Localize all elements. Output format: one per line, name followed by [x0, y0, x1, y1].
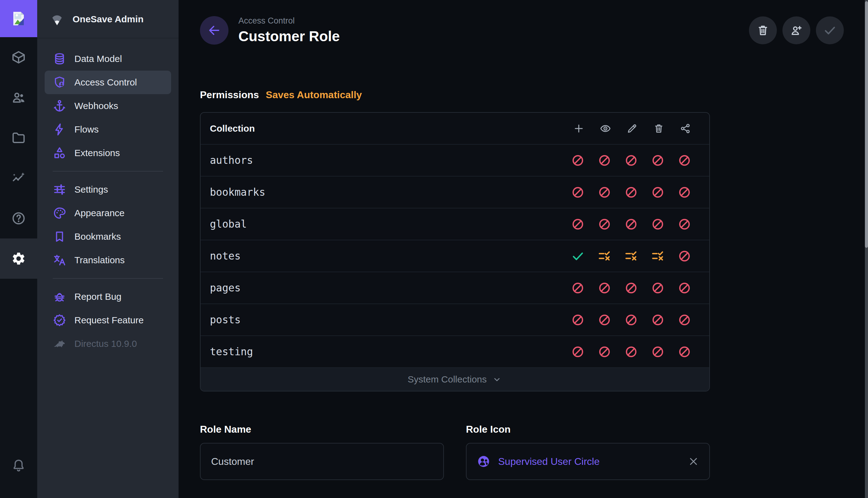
sidebar-item-label: Flows — [74, 124, 99, 135]
permission-blocked-icon[interactable] — [651, 281, 664, 294]
bookmark-icon — [53, 230, 66, 244]
collection-name: bookmarks — [210, 186, 571, 198]
permission-blocked-icon[interactable] — [625, 186, 638, 199]
bell-icon — [12, 458, 26, 473]
module-settings[interactable] — [0, 238, 37, 279]
breadcrumb[interactable]: Access Control — [238, 16, 340, 26]
collection-name: pages — [210, 282, 571, 294]
permission-blocked-icon[interactable] — [598, 281, 611, 294]
permission-custom-icon[interactable] — [598, 250, 611, 263]
delete-role-button[interactable] — [749, 16, 777, 44]
permission-allowed-icon[interactable] — [571, 250, 584, 263]
save-button[interactable] — [816, 16, 844, 44]
permission-blocked-icon[interactable] — [651, 218, 664, 231]
sidebar-item-data-model[interactable]: Data Model — [44, 47, 171, 70]
permission-custom-icon[interactable] — [651, 250, 664, 263]
permission-blocked-icon[interactable] — [651, 345, 664, 358]
back-button[interactable] — [200, 16, 229, 44]
role-name-input[interactable] — [210, 456, 433, 468]
people-icon — [11, 90, 26, 105]
permission-blocked-icon[interactable] — [625, 345, 638, 358]
permission-blocked-icon[interactable] — [571, 218, 584, 231]
system-collections-label: System Collections — [408, 374, 487, 385]
settings-sidebar: OneSave Admin Data Model Access Control … — [37, 0, 179, 498]
scrollbar-thumb[interactable] — [865, 1, 868, 248]
permission-custom-icon[interactable] — [625, 250, 638, 263]
header-actions — [749, 16, 844, 44]
permission-blocked-icon[interactable] — [598, 154, 611, 167]
sidebar-item-settings[interactable]: Settings — [44, 178, 171, 201]
invite-user-button[interactable] — [782, 16, 810, 44]
notifications-button[interactable] — [0, 445, 37, 486]
module-content[interactable] — [0, 37, 37, 77]
permission-blocked-icon[interactable] — [651, 154, 664, 167]
permissions-heading: Permissions — [200, 89, 259, 101]
permission-cells — [571, 281, 691, 294]
table-row: posts — [201, 304, 709, 336]
sidebar-item-label: Bookmarks — [74, 231, 121, 242]
permission-blocked-icon[interactable] — [625, 154, 638, 167]
table-row: global — [201, 208, 709, 240]
sidebar-item-appearance[interactable]: Appearance — [44, 201, 171, 225]
permission-blocked-icon[interactable] — [678, 218, 691, 231]
permission-blocked-icon[interactable] — [571, 345, 584, 358]
permission-blocked-icon[interactable] — [571, 281, 584, 294]
permission-blocked-icon[interactable] — [571, 186, 584, 199]
sidebar-item-webhooks[interactable]: Webhooks — [44, 94, 171, 118]
module-bar — [0, 0, 37, 498]
permission-blocked-icon[interactable] — [625, 281, 638, 294]
permission-blocked-icon[interactable] — [571, 154, 584, 167]
permission-blocked-icon[interactable] — [598, 218, 611, 231]
permission-blocked-icon[interactable] — [651, 186, 664, 199]
trash-icon — [653, 123, 664, 134]
permission-blocked-icon[interactable] — [598, 186, 611, 199]
system-collections-toggle[interactable]: System Collections — [201, 368, 709, 391]
table-row: pages — [201, 272, 709, 304]
permission-blocked-icon[interactable] — [678, 313, 691, 326]
permission-blocked-icon[interactable] — [678, 186, 691, 199]
folder-icon — [11, 130, 26, 145]
rabbit-icon — [53, 337, 66, 351]
sidebar-item-label: Settings — [74, 184, 108, 195]
permission-blocked-icon[interactable] — [678, 281, 691, 294]
bolt-icon — [53, 123, 66, 136]
sidebar-item-label: Data Model — [74, 54, 122, 64]
permission-blocked-icon[interactable] — [571, 313, 584, 326]
table-header: Collection — [201, 113, 709, 145]
sidebar-item-extensions[interactable]: Extensions — [44, 141, 171, 165]
project-name: OneSave Admin — [73, 14, 143, 25]
permission-blocked-icon[interactable] — [598, 345, 611, 358]
sidebar-item-flows[interactable]: Flows — [44, 118, 171, 141]
sidebar-item-bookmarks[interactable]: Bookmarks — [44, 225, 171, 248]
translate-icon — [53, 253, 66, 267]
module-insights[interactable] — [0, 158, 37, 198]
module-users[interactable] — [0, 77, 37, 118]
trash-icon — [756, 24, 769, 37]
clear-role-icon-button[interactable] — [688, 456, 699, 467]
module-files[interactable] — [0, 118, 37, 158]
sidebar-item-label: Translations — [74, 255, 125, 265]
sidebar-item-label: Appearance — [74, 208, 125, 218]
shapes-icon — [53, 146, 66, 160]
role-icon-box[interactable]: Supervised User Circle — [466, 443, 710, 480]
sidebar-item-access-control[interactable]: Access Control — [44, 70, 171, 94]
permission-blocked-icon[interactable] — [678, 345, 691, 358]
version-label: Directus 10.9.0 — [74, 339, 137, 349]
sidebar-item-translations[interactable]: Translations — [44, 248, 171, 272]
person-add-icon — [790, 24, 803, 37]
sidebar-item-request-feature[interactable]: Request Feature — [44, 309, 171, 332]
sidebar-nav: Data Model Access Control Webhooks Flows… — [37, 38, 179, 355]
sidebar-item-report-bug[interactable]: Report Bug — [44, 285, 171, 309]
broken-image-icon — [10, 10, 28, 28]
project-logo[interactable] — [0, 0, 37, 37]
sidebar-header[interactable]: OneSave Admin — [37, 0, 179, 38]
module-help[interactable] — [0, 198, 37, 238]
permission-blocked-icon[interactable] — [598, 313, 611, 326]
permission-blocked-icon[interactable] — [651, 313, 664, 326]
settings-gear-icon — [11, 251, 26, 266]
permissions-heading-row: Permissions Saves Automatically — [200, 89, 362, 101]
permission-blocked-icon[interactable] — [678, 250, 691, 263]
permission-blocked-icon[interactable] — [625, 313, 638, 326]
permission-blocked-icon[interactable] — [678, 154, 691, 167]
permission-blocked-icon[interactable] — [625, 218, 638, 231]
